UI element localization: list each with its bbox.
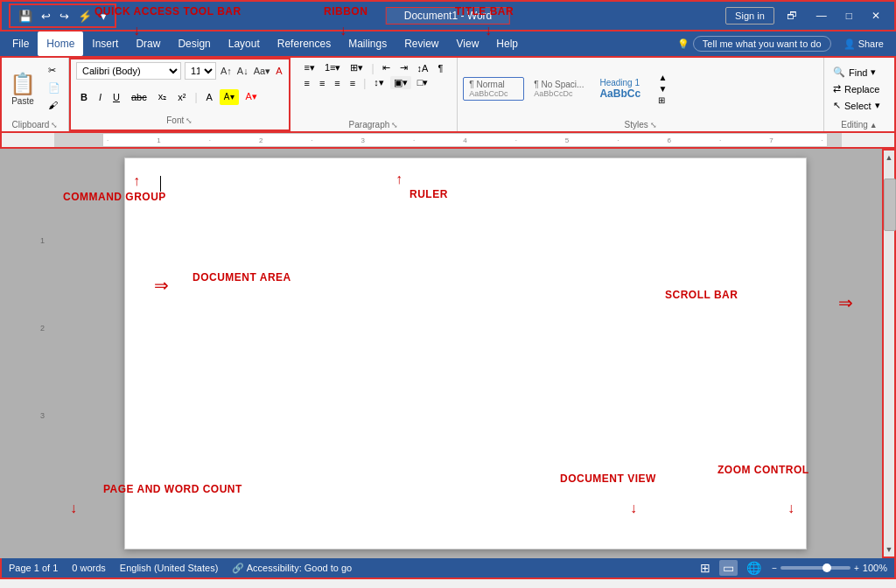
save-icon[interactable]: 💾: [16, 9, 35, 24]
bullets-button[interactable]: ≡▾: [301, 61, 318, 74]
minimize-button[interactable]: —: [809, 8, 834, 24]
show-formatting-button[interactable]: ¶: [434, 62, 446, 74]
align-center-button[interactable]: ≡: [316, 77, 328, 89]
cut-button[interactable]: ✂: [44, 64, 65, 80]
menu-design[interactable]: Design: [169, 32, 219, 56]
language: English (United States): [120, 563, 219, 573]
subscript-button[interactable]: x₂: [154, 89, 172, 105]
menu-bar-right: 💡 Tell me what you want to do 👤 Share: [677, 36, 892, 52]
shrink-font-button[interactable]: A↓: [236, 65, 249, 77]
font-name-select[interactable]: Calibri (Body): [76, 62, 181, 80]
strikethrough-button[interactable]: abc: [127, 89, 151, 105]
tell-me-input[interactable]: Tell me what you want to do: [693, 36, 831, 52]
change-case-button[interactable]: Aa▾: [253, 65, 271, 78]
select-button[interactable]: ↖ Select ▾: [830, 98, 889, 113]
vertical-scroll-bar[interactable]: ▲ ▼: [882, 149, 896, 558]
bold-button[interactable]: B: [76, 89, 92, 105]
grow-font-button[interactable]: A↑: [220, 65, 233, 77]
styles-scroll-down[interactable]: ▼: [658, 84, 667, 94]
justify-button[interactable]: ≡: [346, 77, 359, 89]
document-title: Document1 - Word: [386, 7, 510, 24]
scroll-down-button[interactable]: ▼: [884, 542, 894, 556]
scroll-track: [884, 164, 894, 542]
share-button[interactable]: 👤 Share: [835, 37, 892, 52]
web-layout-button[interactable]: 🌐: [743, 560, 765, 576]
menu-insert[interactable]: Insert: [83, 32, 127, 56]
menu-help[interactable]: Help: [487, 32, 527, 56]
zoom-percentage: 100%: [863, 563, 887, 573]
ruler: · 1 · 2 · 3 · 4 · 5 · 6 · 7 ·: [0, 133, 896, 149]
zoom-minus-button[interactable]: −: [772, 564, 777, 573]
styles-more[interactable]: ⊞: [658, 95, 667, 105]
style-no-spacing[interactable]: ¶ No Spaci... AaBbCcDc: [528, 77, 590, 101]
maximize-button[interactable]: □: [839, 8, 859, 24]
menu-layout[interactable]: Layout: [220, 32, 269, 56]
menu-draw[interactable]: Draw: [127, 32, 169, 56]
superscript-button[interactable]: x²: [173, 89, 190, 105]
undo-icon[interactable]: ↩: [38, 9, 53, 24]
menu-bar: File Home Insert Draw Design Layout Refe…: [0, 32, 896, 56]
font-size-select[interactable]: 11: [185, 62, 216, 80]
document-scroll-area[interactable]: [48, 149, 882, 558]
style-normal[interactable]: ¶ Normal AaBbCcDc: [463, 77, 524, 101]
borders-button[interactable]: □▾: [414, 76, 432, 89]
styles-label: Styles ⤡: [463, 118, 818, 131]
menu-view[interactable]: View: [448, 32, 488, 56]
menu-home[interactable]: Home: [38, 32, 83, 56]
line-spacing-button[interactable]: ↕▾: [370, 76, 388, 89]
font-color-button[interactable]: A▾: [242, 89, 262, 105]
dropdown-icon[interactable]: ▾: [98, 9, 109, 24]
menu-review[interactable]: Review: [396, 32, 447, 56]
read-mode-button[interactable]: ⊞: [696, 560, 714, 576]
increase-indent-button[interactable]: ⇥: [396, 61, 411, 74]
restore-button[interactable]: 🗗: [780, 8, 804, 24]
print-layout-button[interactable]: ▭: [719, 560, 738, 576]
title-bar-left: 💾 ↩ ↪ ⚡ ▾: [9, 4, 116, 28]
menu-file[interactable]: File: [4, 32, 38, 56]
underline-button[interactable]: U: [108, 89, 124, 105]
text-cursor: [160, 176, 161, 192]
styles-section: ¶ Normal AaBbCcDc ¶ No Spaci... AaBbCcDc…: [463, 60, 818, 118]
text-effects-button[interactable]: A: [202, 89, 217, 105]
highlight-button[interactable]: A▾: [220, 89, 239, 105]
italic-button[interactable]: I: [94, 89, 106, 105]
shading-button[interactable]: ▣▾: [390, 76, 411, 89]
page-count: Page 1 of 1: [9, 563, 58, 573]
multilevel-button[interactable]: ⊞▾: [346, 61, 367, 74]
menu-mailings[interactable]: Mailings: [340, 32, 396, 56]
replace-button[interactable]: ⇄ Replace: [830, 81, 889, 96]
paste-button[interactable]: 📋 Paste: [5, 70, 40, 108]
style-heading1[interactable]: Heading 1 AaBbCc: [593, 75, 654, 102]
zoom-slider-thumb[interactable]: [822, 564, 831, 572]
scroll-thumb[interactable]: [884, 178, 896, 231]
accessibility: 🔗 Accessibility: Good to go: [232, 563, 352, 574]
close-button[interactable]: ✕: [864, 8, 887, 24]
title-bar: 💾 ↩ ↪ ⚡ ▾ Document1 - Word Sign in 🗗 — □…: [0, 0, 896, 32]
menu-references[interactable]: References: [269, 32, 340, 56]
clipboard-label: Clipboard ⤡: [12, 118, 59, 131]
align-right-button[interactable]: ≡: [331, 77, 343, 89]
styles-scroll-up[interactable]: ▲: [658, 73, 667, 82]
paragraph-section: ≡▾ 1≡▾ ⊞▾ | ⇤ ⇥ ↕A ¶ ≡ ≡ ≡ ≡ | ↕▾ ▣▾: [296, 60, 452, 118]
scroll-up-button[interactable]: ▲: [884, 150, 894, 164]
zoom-slider[interactable]: [780, 566, 850, 570]
customize-icon[interactable]: ⚡: [75, 9, 94, 24]
collapse-ribbon-button[interactable]: ▲: [870, 121, 878, 130]
format-painter-button[interactable]: 🖌: [44, 99, 65, 115]
para-row2: ≡ ≡ ≡ ≡ | ↕▾ ▣▾ □▾: [301, 76, 447, 89]
font-label: Font ⤡: [76, 114, 284, 127]
decrease-indent-button[interactable]: ⇤: [379, 61, 394, 74]
font-section: Calibri (Body) 11 A↑ A↓ Aa▾ A B I U abc …: [69, 58, 290, 131]
find-button[interactable]: 🔍 Find ▾: [830, 65, 889, 80]
numbering-button[interactable]: 1≡▾: [321, 61, 345, 74]
editing-label: Editing ▲: [830, 118, 889, 131]
zoom-plus-button[interactable]: +: [854, 564, 859, 573]
redo-icon[interactable]: ↪: [57, 9, 72, 24]
sort-button[interactable]: ↕A: [414, 62, 432, 74]
para-row1: ≡▾ 1≡▾ ⊞▾ | ⇤ ⇥ ↕A ¶: [301, 61, 447, 74]
align-left-button[interactable]: ≡: [301, 77, 313, 89]
document-page[interactable]: [124, 158, 807, 550]
copy-button[interactable]: 📄: [44, 81, 65, 97]
clear-format-button[interactable]: A: [275, 65, 283, 77]
sign-in-button[interactable]: Sign in: [725, 7, 774, 24]
